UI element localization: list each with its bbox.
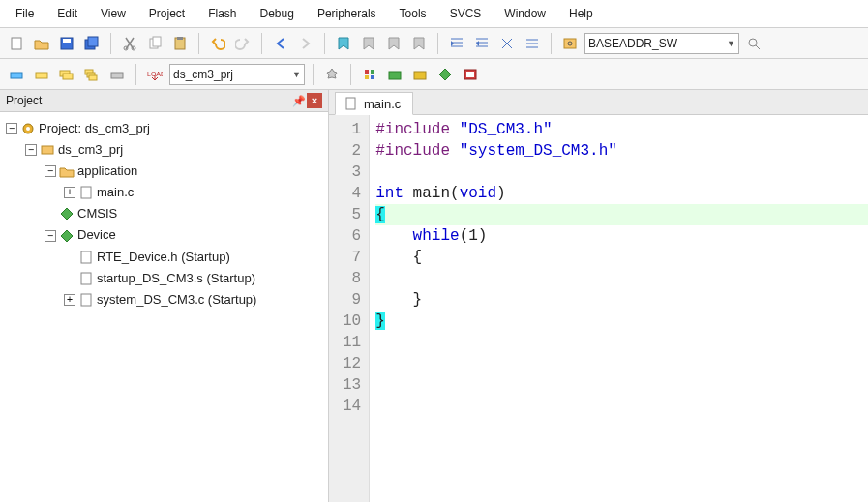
bookmark-toggle-button[interactable] bbox=[333, 33, 354, 54]
save-button[interactable] bbox=[56, 33, 77, 54]
tree-file-main[interactable]: + main.c bbox=[4, 182, 324, 203]
copy-button[interactable] bbox=[144, 33, 165, 54]
menu-view[interactable]: View bbox=[89, 4, 137, 23]
select-packs-button[interactable] bbox=[409, 64, 431, 85]
expand-icon[interactable]: + bbox=[64, 294, 75, 306]
cmsis-icon bbox=[59, 206, 75, 221]
tree-group-application-label: application bbox=[77, 161, 137, 182]
code-line: while(1) bbox=[375, 225, 868, 247]
rebuild-button[interactable] bbox=[56, 64, 77, 85]
menu-flash[interactable]: Flash bbox=[196, 4, 248, 23]
menu-file[interactable]: File bbox=[4, 4, 45, 23]
tree-file-rte[interactable]: RTE_Device.h (Startup) bbox=[4, 247, 324, 268]
tree-root[interactable]: − Project: ds_cm3_prj bbox=[4, 118, 324, 139]
find-combo-text: BASEADDR_SW bbox=[588, 37, 677, 50]
close-icon[interactable]: × bbox=[307, 93, 322, 108]
svg-rect-41 bbox=[346, 98, 355, 109]
svg-rect-25 bbox=[365, 75, 369, 79]
collapse-icon[interactable]: − bbox=[45, 165, 56, 177]
code-editor[interactable]: 1234567891011121314 #include "DS_CM3.h" … bbox=[329, 115, 868, 502]
find-button[interactable] bbox=[559, 33, 581, 54]
svg-marker-29 bbox=[439, 69, 451, 80]
menu-bar: File Edit View Project Flash Debug Perip… bbox=[0, 0, 868, 28]
chevron-down-icon: ▼ bbox=[292, 70, 301, 79]
menu-edit[interactable]: Edit bbox=[45, 4, 89, 23]
comment-button[interactable] bbox=[496, 33, 518, 54]
collapse-icon[interactable]: − bbox=[45, 230, 56, 242]
c-file-icon bbox=[344, 96, 359, 111]
project-icon bbox=[20, 121, 36, 136]
manage-rte-button[interactable] bbox=[359, 64, 380, 85]
menu-project[interactable]: Project bbox=[137, 4, 196, 23]
target-select[interactable]: ds_cm3_prj ▼ bbox=[169, 64, 305, 85]
svg-rect-2 bbox=[63, 39, 71, 43]
pack-installer-button[interactable] bbox=[384, 64, 405, 85]
undo-button[interactable] bbox=[207, 33, 228, 54]
translate-button[interactable] bbox=[6, 64, 27, 85]
paste-button[interactable] bbox=[169, 33, 191, 54]
collapse-icon[interactable]: − bbox=[25, 144, 37, 156]
tree-file-startup[interactable]: startup_DS_CM3.s (Startup) bbox=[4, 268, 324, 289]
indent-button[interactable] bbox=[446, 33, 467, 54]
tree-target[interactable]: − ds_cm3_prj bbox=[4, 139, 324, 161]
unindent-button[interactable] bbox=[471, 33, 493, 54]
tree-file-system[interactable]: + system_DS_CM3.c (Startup) bbox=[4, 289, 324, 310]
code-lines[interactable]: #include "DS_CM3.h" #include "system_DS_… bbox=[370, 115, 868, 502]
target-icon bbox=[40, 142, 55, 158]
find-next-button[interactable] bbox=[743, 33, 764, 54]
project-tree[interactable]: − Project: ds_cm3_prj − ds_cm3_prj − app… bbox=[0, 112, 328, 502]
target-select-text: ds_cm3_prj bbox=[173, 68, 233, 81]
nav-back-button[interactable] bbox=[270, 33, 291, 54]
tree-group-application[interactable]: − application bbox=[4, 161, 324, 182]
tree-group-device-label: Device bbox=[77, 224, 116, 246]
open-file-button[interactable] bbox=[31, 33, 52, 54]
svg-rect-40 bbox=[81, 294, 91, 306]
expand-icon[interactable]: + bbox=[64, 187, 75, 198]
tab-main-c-label: main.c bbox=[364, 97, 401, 111]
tree-group-cmsis[interactable]: CMSIS bbox=[4, 203, 324, 224]
new-file-button[interactable] bbox=[6, 33, 27, 54]
options-target-button[interactable] bbox=[321, 64, 343, 85]
nav-forward-button[interactable] bbox=[295, 33, 316, 54]
tab-main-c[interactable]: main.c bbox=[335, 92, 413, 115]
build-button[interactable] bbox=[31, 64, 52, 85]
books-button[interactable] bbox=[460, 64, 481, 85]
main-area: Project 📌 × − Project: ds_cm3_prj − ds_c… bbox=[0, 90, 868, 502]
menu-window[interactable]: Window bbox=[493, 4, 557, 23]
uncomment-button[interactable] bbox=[522, 33, 543, 54]
svg-rect-28 bbox=[414, 72, 426, 79]
redo-button[interactable] bbox=[232, 33, 254, 54]
build-toolbar: LOAD ds_cm3_prj ▼ bbox=[0, 59, 868, 90]
download-button[interactable]: LOAD bbox=[144, 64, 165, 85]
svg-rect-24 bbox=[371, 70, 374, 74]
c-file-icon bbox=[78, 185, 94, 200]
editor-tabs: main.c bbox=[329, 90, 868, 115]
bookmark-next-button[interactable] bbox=[383, 33, 404, 54]
save-all-button[interactable] bbox=[81, 33, 103, 54]
menu-help[interactable]: Help bbox=[557, 4, 605, 23]
bookmark-clear-button[interactable] bbox=[408, 33, 430, 54]
stop-build-button[interactable] bbox=[106, 64, 128, 85]
find-combo[interactable]: BASEADDR_SW ▼ bbox=[584, 33, 739, 54]
pin-icon[interactable]: 📌 bbox=[291, 93, 307, 108]
menu-peripherals[interactable]: Peripherals bbox=[306, 4, 388, 23]
svg-rect-4 bbox=[88, 37, 98, 46]
tree-group-device[interactable]: − Device bbox=[4, 224, 324, 246]
build-batch-button[interactable] bbox=[81, 64, 103, 85]
component-viewer-button[interactable] bbox=[434, 64, 456, 85]
menu-debug[interactable]: Debug bbox=[249, 4, 306, 23]
editor-area: main.c 1234567891011121314 #include "DS_… bbox=[329, 90, 868, 502]
svg-rect-35 bbox=[81, 187, 91, 198]
cut-button[interactable] bbox=[119, 33, 140, 54]
collapse-icon[interactable]: − bbox=[6, 123, 17, 134]
folder-open-icon bbox=[59, 163, 75, 179]
menu-svcs[interactable]: SVCS bbox=[438, 4, 494, 23]
line-gutter: 1234567891011121314 bbox=[329, 115, 370, 502]
svg-rect-15 bbox=[36, 73, 47, 78]
bookmark-prev-button[interactable] bbox=[358, 33, 379, 54]
svg-rect-39 bbox=[81, 273, 91, 284]
tree-file-rte-label: RTE_Device.h (Startup) bbox=[97, 247, 230, 268]
tree-target-label: ds_cm3_prj bbox=[58, 139, 123, 161]
menu-tools[interactable]: Tools bbox=[388, 4, 438, 23]
code-line: #include "system_DS_CM3.h" bbox=[375, 140, 868, 162]
